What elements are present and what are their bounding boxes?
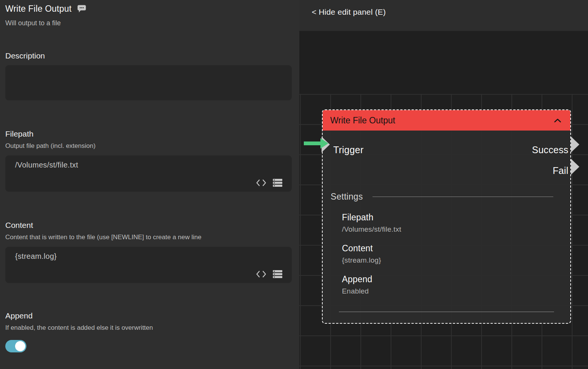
description-input[interactable] (5, 65, 292, 100)
content-input-actions (256, 270, 283, 278)
node-settings-heading-row: Settings (331, 192, 553, 202)
edit-panel: Write File Output Will output to a file … (0, 0, 299, 369)
app-window: Write File Output Will output to a file … (0, 0, 588, 369)
description-label: Description (5, 51, 294, 60)
collapse-node-button[interactable] (553, 118, 562, 123)
filepath-label: Filepath (5, 129, 294, 138)
append-toggle[interactable] (5, 340, 26, 352)
append-toggle-knob (15, 341, 25, 351)
node-title: Write File Output (330, 115, 395, 126)
content-hint: Content that is written to the file (use… (5, 234, 294, 241)
node-bottom-divider (339, 312, 554, 312)
node-edit-subtitle: Will output to a file (5, 19, 294, 27)
setting-item-content: Content {stream.log} (342, 243, 570, 264)
input-port-label: Trigger (333, 145, 363, 155)
setting-value: {stream.log} (342, 256, 570, 264)
canvas-pane: < Hide edit panel (E) Write File Output (299, 0, 588, 369)
output-port-label-success: Success (532, 145, 568, 155)
write-file-output-node[interactable]: Write File Output Trigger Success Fail (322, 109, 571, 324)
filepath-input-actions (256, 178, 283, 187)
settings-heading: Settings (331, 192, 363, 202)
filepath-hint: Output file path (incl. extension) (5, 142, 294, 150)
content-input[interactable]: {stream.log} (5, 247, 292, 283)
setting-item-filepath: Filepath /Volumes/st/file.txt (342, 212, 570, 234)
append-hint: If enabled, the content is added else it… (5, 324, 294, 332)
node-header[interactable]: Write File Output (323, 110, 570, 131)
canvas-topbar: < Hide edit panel (E) (299, 0, 588, 31)
fail-row: Fail (323, 161, 570, 180)
content-value: {stream.log} (15, 252, 57, 261)
settings-heading-divider (373, 197, 553, 197)
filepath-input[interactable]: /Volumes/st/file.txt (5, 155, 292, 192)
hide-edit-panel-button[interactable]: < Hide edit panel (E) (312, 8, 386, 17)
content-label: Content (5, 221, 294, 230)
success-output-connector[interactable] (571, 137, 579, 152)
append-label: Append (5, 311, 294, 320)
node-edit-title: Write File Output (5, 4, 72, 14)
output-port-label-fail: Fail (553, 165, 568, 176)
setting-label: Append (342, 274, 570, 284)
fail-output-connector[interactable] (571, 159, 579, 175)
setting-label: Content (342, 243, 570, 254)
comment-bubble-icon[interactable] (77, 5, 86, 15)
edit-panel-header: Write File Output (5, 4, 294, 15)
node-canvas[interactable]: Write File Output Trigger Success Fail (299, 31, 588, 369)
trigger-success-row: Trigger Success (323, 139, 570, 161)
setting-value: Enabled (342, 287, 570, 295)
chevron-up-icon (554, 118, 561, 123)
code-icon[interactable] (256, 271, 266, 278)
stacked-list-icon[interactable] (272, 178, 283, 187)
setting-item-append: Append Enabled (342, 274, 570, 295)
filepath-value: /Volumes/st/file.txt (15, 161, 78, 169)
setting-label: Filepath (342, 212, 570, 223)
code-icon[interactable] (256, 179, 266, 186)
stacked-list-icon[interactable] (272, 270, 283, 278)
node-ports: Trigger Success Fail (323, 131, 570, 180)
node-settings-list: Filepath /Volumes/st/file.txt Content {s… (323, 212, 570, 295)
setting-value: /Volumes/st/file.txt (342, 225, 570, 234)
